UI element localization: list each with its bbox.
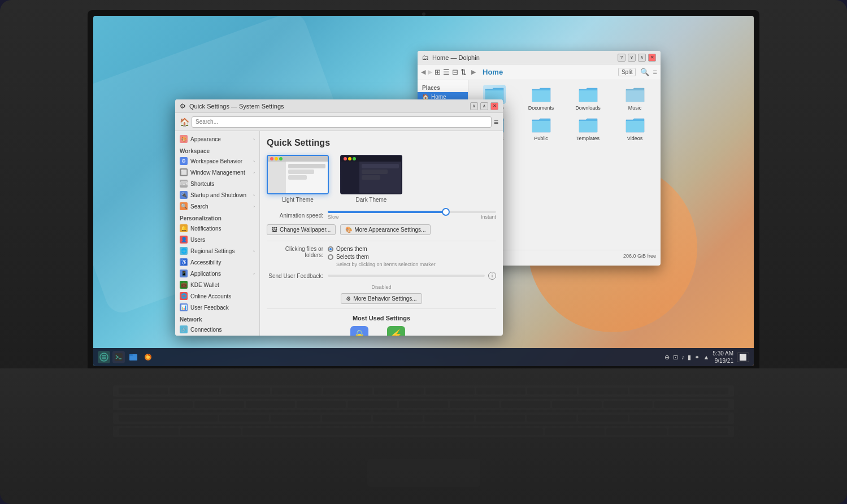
sidebar-item-window-management[interactable]: ⬜ Window Management › <box>175 167 259 178</box>
screen-locking-item[interactable]: 🔒 ScreenLocking <box>350 326 368 336</box>
battery-tray-icon[interactable]: ▮ <box>688 354 691 361</box>
file-music-label: Music <box>628 105 642 111</box>
online-accounts-icon: 🌐 <box>180 292 188 300</box>
dark-theme-item[interactable]: Dark Theme <box>340 155 402 203</box>
bluetooth-tray-icon[interactable]: ✦ <box>694 354 700 361</box>
konsole-taskbar-btn[interactable] <box>112 351 125 363</box>
dolphin-split-btn[interactable]: Split <box>618 68 636 76</box>
file-public[interactable]: Public <box>520 115 562 141</box>
folder-templates-icon <box>577 115 600 134</box>
folder-videos-icon <box>624 115 646 134</box>
settings-home-btn[interactable]: 🏠 <box>180 118 189 127</box>
show-desktop-btn[interactable]: ⬜ <box>737 353 749 362</box>
clicking-hint: Select by clicking on item's selection m… <box>336 262 436 267</box>
animation-speed-thumb[interactable] <box>442 208 450 216</box>
dolphin-help-btn[interactable]: ? <box>618 54 626 62</box>
opens-them-radio[interactable] <box>328 246 333 252</box>
sidebar-item-startup[interactable]: 🔌 Startup and Shutdown › <box>175 189 259 201</box>
file-music[interactable]: Music <box>614 85 656 111</box>
feedback-disabled-label: Disabled <box>267 284 496 290</box>
dark-theme-preview[interactable] <box>340 155 402 194</box>
clock-date: 9/19/21 <box>713 357 733 364</box>
light-theme-preview[interactable] <box>267 155 329 194</box>
dolphin-taskbar-btn[interactable] <box>127 351 140 363</box>
clicking-files-row: Clicking files or folders: Opens them Se… <box>267 246 496 267</box>
dolphin-search-btn[interactable]: 🔍 <box>640 68 649 76</box>
file-videos[interactable]: Videos <box>614 115 656 141</box>
sidebar-item-workspace-behavior[interactable]: ⚙ Workspace Behavior › <box>175 155 259 167</box>
dolphin-maximize-btn[interactable]: ∧ <box>638 54 646 62</box>
sidebar-user-feedback-label: User Feedback <box>190 305 229 311</box>
sidebar-item-kde-wallet[interactable]: 💼 KDE Wallet <box>175 279 259 290</box>
dolphin-details-btn[interactable]: ⊟ <box>452 68 458 76</box>
sidebar-item-user-feedback[interactable]: 📊 User Feedback <box>175 302 259 313</box>
file-templates-label: Templates <box>576 136 600 141</box>
dolphin-forward-btn[interactable]: ▶ <box>428 68 432 76</box>
sidebar-item-network-settings[interactable]: ⚙ Settings › <box>175 335 259 336</box>
settings-search-input[interactable] <box>192 116 492 128</box>
users-icon: 👤 <box>180 236 188 244</box>
change-wallpaper-btn[interactable]: 🖼 Change Wallpaper... <box>267 224 336 235</box>
dolphin-list-view-btn[interactable]: ☰ <box>443 68 450 76</box>
startup-icon: 🔌 <box>180 191 188 199</box>
clock-time: 5:30 AM <box>713 350 733 357</box>
divider-2 <box>267 309 496 309</box>
firefox-taskbar-btn[interactable] <box>142 351 154 363</box>
window-chevron: › <box>253 170 255 175</box>
settings-maximize-btn[interactable]: ∧ <box>480 102 488 110</box>
network-tray-icon[interactable]: ⊕ <box>664 354 670 361</box>
light-theme-item[interactable]: Light Theme <box>267 155 329 203</box>
sidebar-item-regional[interactable]: 🌐 Regional Settings › <box>175 245 259 257</box>
dolphin-toolbar: ◀ ▶ ⊞ ☰ ⊟ ⇅ ▶ Home Split 🔍 ≡ <box>418 64 661 80</box>
sidebar-item-appearance[interactable]: 🎨 Appearance › <box>175 133 259 145</box>
sidebar-item-connections[interactable]: 🔗 Connections <box>175 324 259 335</box>
sidebar-item-shortcuts[interactable]: ⌨ Shortcuts <box>175 178 259 189</box>
sidebar-item-users[interactable]: 👤 Users <box>175 234 259 245</box>
more-behavior-btn[interactable]: ⚙ More Behavior Settings... <box>341 293 422 304</box>
dolphin-grid-view-btn[interactable]: ⊞ <box>435 68 441 76</box>
dark-theme-label: Dark Theme <box>356 197 387 203</box>
dolphin-minimize-btn[interactable]: ∨ <box>628 54 636 62</box>
dolphin-sort-btn[interactable]: ⇅ <box>461 68 467 76</box>
sidebar-shortcuts-label: Shortcuts <box>190 181 214 187</box>
accessibility-icon: ♿ <box>180 258 188 266</box>
light-theme-label: Light Theme <box>282 197 313 203</box>
file-templates[interactable]: Templates <box>567 115 609 141</box>
opens-them-option[interactable]: Opens them <box>328 246 436 252</box>
monitor-tray-icon[interactable]: ⊡ <box>673 354 678 361</box>
animation-speed-label: Animation speed: <box>267 212 323 219</box>
sidebar-item-notifications[interactable]: 🔔 Notifications <box>175 223 259 234</box>
energy-saving-item[interactable]: ⚡ Energy Saving <box>380 326 413 336</box>
settings-hamburger-btn[interactable]: ≡ <box>494 118 498 127</box>
dolphin-menu-btn[interactable]: ≡ <box>653 68 657 76</box>
feedback-info-icon[interactable]: i <box>488 272 496 280</box>
settings-sidebar: 🎨 Appearance › Workspace ⚙ Workspace Beh… <box>175 131 260 336</box>
sidebar-item-accessibility[interactable]: ♿ Accessibility <box>175 257 259 268</box>
animation-speed-track[interactable] <box>328 211 496 213</box>
dolphin-close-btn[interactable]: ✕ <box>648 54 656 62</box>
selects-them-radio[interactable] <box>328 254 333 260</box>
dolphin-back-btn[interactable]: ◀ <box>421 68 425 76</box>
sidebar-item-online-accounts[interactable]: 🌐 Online Accounts <box>175 290 259 302</box>
selects-them-option[interactable]: Selects them <box>328 254 436 260</box>
sidebar-item-applications[interactable]: 📱 Applications › <box>175 268 259 279</box>
settings-body: 🎨 Appearance › Workspace ⚙ Workspace Beh… <box>175 131 503 336</box>
folder-music-icon <box>624 85 646 104</box>
appearance-icon: 🎨 <box>180 135 188 143</box>
settings-app-icon: ⚙ <box>180 102 186 110</box>
taskbar-clock[interactable]: 5:30 AM 9/19/21 <box>713 350 733 364</box>
sidebar-notifications-label: Notifications <box>190 225 221 232</box>
dolphin-titlebar-left: 🗂 Home — Dolphin <box>422 54 480 62</box>
sidebar-item-search[interactable]: 🔍 Search › <box>175 201 259 212</box>
dolphin-titlebar-controls: ? ∨ ∧ ✕ <box>618 54 656 62</box>
kde-menu-taskbar-btn[interactable] <box>98 351 110 363</box>
wifi-tray-icon[interactable]: ▲ <box>703 354 709 360</box>
startup-chevron: › <box>253 193 255 198</box>
feedback-slider[interactable] <box>328 275 485 277</box>
file-downloads[interactable]: Downloads <box>567 85 609 111</box>
file-documents[interactable]: Documents <box>520 85 562 111</box>
settings-minimize-btn[interactable]: ∨ <box>470 102 478 110</box>
settings-close-btn[interactable]: ✕ <box>490 102 498 110</box>
more-appearance-btn[interactable]: 🎨 More Appearance Settings... <box>340 224 431 235</box>
speaker-tray-icon[interactable]: ♪ <box>681 354 685 360</box>
